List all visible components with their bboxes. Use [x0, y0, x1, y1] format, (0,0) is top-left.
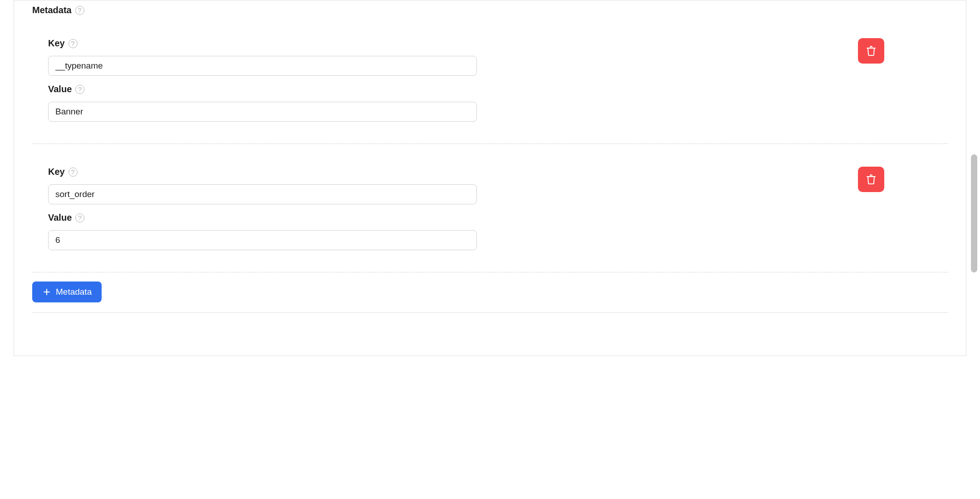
help-icon[interactable]: ? [69, 168, 78, 177]
plus-icon [42, 287, 51, 296]
value-label: Value ? [48, 84, 948, 94]
value-field-group: Value ? [32, 212, 948, 250]
divider [32, 312, 948, 313]
value-field-group: Value ? [32, 84, 948, 122]
key-field-group: Key ? [32, 167, 948, 204]
value-label-text: Value [48, 84, 72, 94]
value-label-text: Value [48, 212, 72, 223]
metadata-list: Key ? Value ? [14, 15, 966, 272]
key-input[interactable] [48, 56, 477, 76]
add-metadata-button[interactable]: Metadata [32, 282, 102, 302]
value-input[interactable] [48, 230, 477, 250]
key-label: Key ? [48, 38, 948, 49]
key-input[interactable] [48, 184, 477, 204]
delete-button[interactable] [858, 167, 884, 192]
help-icon[interactable]: ? [75, 6, 84, 15]
metadata-row: Key ? Value ? [32, 15, 948, 144]
help-icon[interactable]: ? [69, 39, 78, 48]
form-panel: Metadata ? Key ? Value [14, 0, 966, 356]
value-input[interactable] [48, 102, 477, 122]
metadata-row: Key ? Value ? [32, 144, 948, 272]
help-icon[interactable]: ? [75, 85, 84, 94]
help-icon[interactable]: ? [75, 213, 84, 222]
value-label: Value ? [48, 212, 948, 223]
section-title: Metadata [32, 5, 72, 15]
key-field-group: Key ? [32, 38, 948, 76]
trash-icon [866, 45, 877, 56]
add-button-label: Metadata [56, 287, 92, 297]
key-label-text: Key [48, 38, 65, 49]
trash-icon [866, 174, 877, 185]
scrollbar-thumb[interactable] [971, 154, 977, 272]
key-label: Key ? [48, 167, 948, 177]
key-label-text: Key [48, 167, 65, 177]
metadata-section-header: Metadata ? [14, 0, 966, 15]
delete-button[interactable] [858, 38, 884, 64]
scrollbar[interactable] [971, 0, 977, 356]
